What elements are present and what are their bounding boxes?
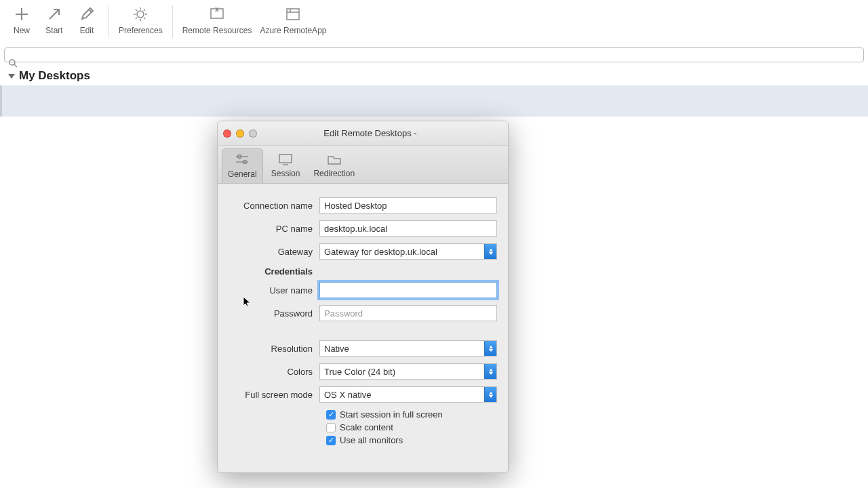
scale-content-checkbox[interactable]: Scale content — [326, 422, 497, 432]
pc-name-field[interactable] — [319, 220, 497, 237]
edit-button[interactable]: Edit — [71, 4, 103, 35]
azure-remoteapp-button[interactable]: Azure RemoteApp — [256, 4, 330, 35]
checkbox-checked-icon: ✓ — [326, 436, 336, 445]
arrow-up-right-icon — [44, 4, 64, 24]
stepper-arrows-icon — [484, 387, 496, 402]
tab-redirection[interactable]: Redirection — [308, 148, 360, 183]
svg-point-0 — [137, 11, 144, 18]
toolbar-separator — [108, 5, 109, 38]
full-screen-mode-select[interactable]: OS X native — [319, 386, 497, 403]
svg-rect-6 — [279, 155, 292, 163]
stepper-arrows-icon — [484, 341, 496, 356]
search-input[interactable] — [4, 47, 864, 62]
label-pc-name: PC name — [229, 224, 319, 234]
gateway-select[interactable]: Gateway for desktop.uk.local — [319, 243, 497, 260]
preferences-button[interactable]: Preferences — [115, 4, 167, 35]
plus-icon — [12, 4, 32, 24]
label-full-screen-mode: Full screen mode — [229, 390, 319, 400]
stepper-arrows-icon — [484, 364, 496, 379]
label-password: Password — [229, 308, 319, 319]
label-user-name: User name — [229, 285, 319, 296]
password-field[interactable] — [319, 305, 497, 321]
pencil-icon — [77, 4, 97, 24]
tab-strip: General Session Redirection — [218, 146, 508, 184]
selected-desktop-row[interactable] — [0, 85, 868, 117]
resolution-select[interactable]: Native — [319, 340, 497, 357]
new-button[interactable]: New — [5, 4, 38, 35]
monitor-icon — [276, 151, 295, 167]
folder-icon — [325, 151, 344, 167]
window-title: Edit Remote Desktops - — [238, 128, 502, 138]
toolbar-separator — [172, 5, 173, 38]
label-gateway: Gateway — [229, 247, 319, 257]
tab-session[interactable]: Session — [266, 148, 306, 183]
section-title: My Desktops — [19, 69, 90, 83]
connection-name-field[interactable] — [319, 197, 497, 214]
close-icon[interactable] — [223, 129, 231, 138]
my-desktops-header[interactable]: My Desktops — [0, 64, 868, 85]
gear-icon — [130, 4, 151, 24]
start-button[interactable]: Start — [38, 4, 71, 35]
toolbar: New Start Edit Preferences Remote Re — [0, 0, 868, 46]
checkbox-unchecked-icon — [326, 423, 336, 432]
tab-general[interactable]: General — [222, 148, 263, 183]
label-colors: Colors — [229, 367, 319, 377]
sliders-icon — [233, 152, 252, 168]
edit-remote-desktop-sheet: Edit Remote Desktops - General Session — [217, 121, 509, 473]
label-resolution: Resolution — [229, 344, 319, 354]
colors-select[interactable]: True Color (24 bit) — [319, 363, 497, 380]
stepper-arrows-icon — [484, 244, 496, 259]
checkbox-checked-icon: ✓ — [326, 410, 336, 420]
titlebar: Edit Remote Desktops - — [218, 121, 508, 146]
start-full-screen-checkbox[interactable]: ✓ Start session in full screen — [326, 409, 497, 420]
label-credentials: Credentials — [229, 266, 319, 277]
use-all-monitors-checkbox[interactable]: ✓ Use all monitors — [326, 435, 497, 445]
search-wrap — [0, 46, 868, 64]
form: Connection name PC name Gateway Gateway … — [218, 184, 508, 472]
user-name-field[interactable] — [319, 282, 497, 298]
remote-resources-button[interactable]: Remote Resources — [178, 4, 256, 35]
window-x-icon — [207, 4, 227, 24]
disclosure-triangle-icon[interactable] — [8, 74, 15, 79]
window-grid-icon — [283, 4, 303, 24]
svg-rect-2 — [287, 9, 299, 20]
label-connection-name: Connection name — [229, 201, 319, 211]
